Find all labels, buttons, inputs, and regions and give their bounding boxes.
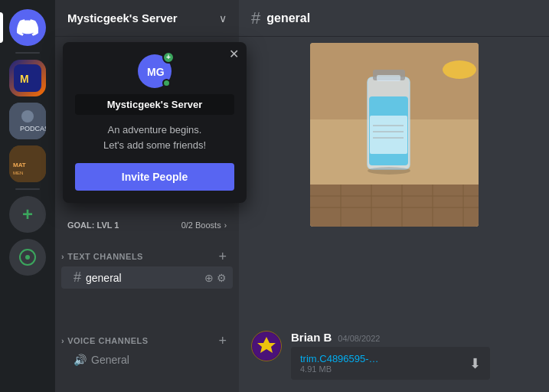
add-text-channel-button[interactable]: + bbox=[218, 250, 227, 263]
main-content: # general bbox=[239, 0, 549, 392]
server3-wrapper: MAT MEN bbox=[0, 145, 55, 182]
attachment-box-0[interactable]: trim.C4896595-… 4.91 MB ⬇ bbox=[291, 347, 490, 380]
channel-item-general[interactable]: # general ⊕ ⚙ bbox=[61, 266, 233, 289]
voice-channels-header: › VOICE CHANNELS + bbox=[55, 322, 239, 351]
server2-icon[interactable]: PODCAST bbox=[9, 103, 46, 139]
channel-item-left: # general bbox=[74, 270, 122, 286]
add-voice-channel-button[interactable]: + bbox=[218, 334, 227, 348]
text-channels-section: › TEXT CHANNELS + # general ⊕ ⚙ bbox=[55, 237, 239, 289]
message-row-0: Brian B 04/08/2022 trim.C4896595-… 4.91 … bbox=[251, 331, 537, 380]
popup-description: An adventure begins. Let's add some frie… bbox=[75, 122, 234, 152]
speaker-icon: 🔊 bbox=[74, 354, 87, 366]
online-dot bbox=[162, 79, 171, 87]
svg-text:PODCAST: PODCAST bbox=[20, 125, 46, 132]
popup-server-icon: MG + bbox=[138, 54, 172, 88]
rail-divider-2 bbox=[15, 188, 40, 190]
add-server-icon: + bbox=[22, 204, 33, 225]
message-timestamp-0: 04/08/2022 bbox=[338, 334, 380, 343]
server-name: Mysticgeek's Server bbox=[67, 11, 178, 24]
svg-point-31 bbox=[368, 167, 410, 175]
boost-count: 0/2 Boosts › bbox=[181, 220, 227, 230]
explore-button[interactable] bbox=[9, 239, 46, 276]
messages-area: Brian B 04/08/2022 trim.C4896595-… 4.91 … bbox=[239, 37, 549, 392]
svg-point-3 bbox=[21, 110, 34, 122]
attachment-name: trim.C4896595-… bbox=[300, 353, 379, 364]
avatar-brian bbox=[251, 331, 282, 361]
server1-icon[interactable]: M bbox=[9, 60, 46, 96]
popup-plus-badge: + bbox=[162, 51, 175, 64]
home-server-wrapper bbox=[0, 9, 55, 46]
download-icon[interactable]: ⬇ bbox=[469, 355, 481, 372]
voice-channel-name: General bbox=[91, 354, 129, 366]
voice-channels-chevron-icon: › bbox=[61, 336, 64, 345]
text-channels-header: › TEXT CHANNELS + bbox=[55, 237, 239, 266]
invite-people-button[interactable]: Invite People bbox=[75, 163, 234, 191]
message-author-0: Brian B bbox=[291, 331, 332, 344]
server-rail: M PODCAST MAT MEN + bbox=[0, 0, 55, 392]
svg-point-9 bbox=[25, 255, 30, 260]
svg-text:MG: MG bbox=[147, 66, 165, 78]
channel-name-general: general bbox=[86, 272, 122, 284]
add-member-icon[interactable]: ⊕ bbox=[204, 272, 214, 284]
svg-text:MEN: MEN bbox=[13, 171, 23, 175]
channel-hash-icon: # bbox=[74, 270, 81, 286]
server-chevron-icon: ∨ bbox=[219, 12, 227, 24]
text-channels-chevron-icon: › bbox=[61, 252, 64, 261]
popup-server-name: Mysticgeek's Server bbox=[75, 94, 234, 115]
settings-icon[interactable]: ⚙ bbox=[217, 272, 227, 284]
voice-channels-label[interactable]: › VOICE CHANNELS bbox=[61, 336, 149, 345]
svg-rect-24 bbox=[370, 116, 407, 154]
main-header: # general bbox=[239, 0, 549, 37]
plus-icon: + bbox=[166, 54, 171, 61]
rail-divider-1 bbox=[15, 52, 40, 54]
svg-rect-14 bbox=[310, 185, 479, 227]
popup-close-button[interactable]: ✕ bbox=[229, 48, 239, 60]
channel-title: general bbox=[266, 11, 310, 25]
attachment-left: trim.C4896595-… 4.91 MB bbox=[300, 353, 379, 374]
svg-text:M: M bbox=[20, 73, 29, 85]
message-content-0: Brian B 04/08/2022 trim.C4896595-… 4.91 … bbox=[291, 331, 537, 380]
message-header-0: Brian B 04/08/2022 bbox=[291, 331, 537, 344]
channel-actions: ⊕ ⚙ bbox=[204, 272, 227, 284]
discord-home-button[interactable] bbox=[9, 9, 46, 46]
chat-image-area bbox=[239, 37, 549, 227]
svg-point-30 bbox=[443, 60, 476, 79]
server1-wrapper: M bbox=[0, 60, 55, 96]
server2-wrapper: PODCAST bbox=[0, 103, 55, 139]
sidebar: Mysticgeek's Server ∨ ✕ MG + Mysticgeek'… bbox=[55, 0, 239, 392]
svg-rect-29 bbox=[377, 75, 400, 81]
server3-icon[interactable]: MAT MEN bbox=[9, 145, 46, 182]
boost-goal-label: GOAL: LVL 1 bbox=[67, 220, 119, 230]
server-header[interactable]: Mysticgeek's Server ∨ bbox=[55, 0, 239, 37]
chat-image bbox=[310, 43, 479, 227]
message-list: Brian B 04/08/2022 trim.C4896595-… 4.91 … bbox=[239, 325, 549, 392]
boost-chevron-icon: › bbox=[224, 221, 227, 230]
voice-channels-section: › VOICE CHANNELS + 🔊 General bbox=[55, 322, 239, 369]
boost-goal-bar[interactable]: GOAL: LVL 1 0/2 Boosts › bbox=[55, 214, 239, 236]
channel-hash-header-icon: # bbox=[251, 8, 260, 28]
server-popup: ✕ MG + Mysticgeek's Server An adventure … bbox=[63, 42, 247, 203]
text-channels-label[interactable]: › TEXT CHANNELS bbox=[61, 252, 143, 261]
active-indicator bbox=[0, 12, 3, 43]
svg-text:MAT: MAT bbox=[13, 162, 26, 168]
voice-channel-general[interactable]: 🔊 General bbox=[55, 351, 239, 369]
add-server-button[interactable]: + bbox=[9, 196, 46, 233]
attachment-size: 4.91 MB bbox=[300, 364, 379, 374]
